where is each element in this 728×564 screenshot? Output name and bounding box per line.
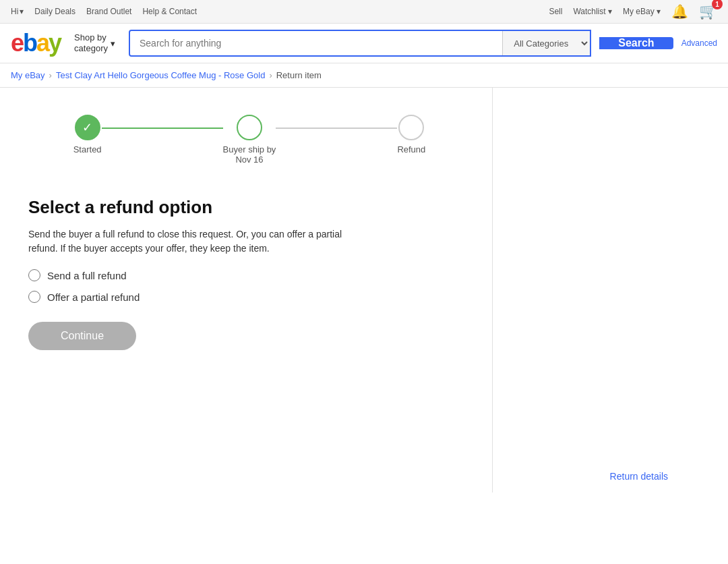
step-buyer-ship-label: Buyer ship byNov 16: [223, 144, 276, 165]
progress-stepper: ✓ Started Buyer ship byNov 16 Refund: [28, 104, 471, 175]
connector-2: [276, 128, 397, 129]
main-content: ✓ Started Buyer ship byNov 16 Refund Sel…: [7, 88, 492, 492]
brand-outlet-link[interactable]: Brand Outlet: [86, 7, 131, 16]
search-bar: All Categories: [129, 30, 591, 57]
greeting-chevron: ▾: [20, 7, 24, 16]
breadcrumb-my-ebay[interactable]: My eBay: [11, 70, 45, 80]
my-ebay-link[interactable]: My eBay ▾: [623, 7, 661, 16]
partial-refund-label: Offer a partial refund: [47, 291, 140, 303]
partial-refund-option[interactable]: Offer a partial refund: [28, 291, 471, 303]
step-refund: Refund: [397, 115, 425, 154]
full-refund-label: Send a full refund: [47, 270, 127, 281]
search-input[interactable]: [130, 31, 502, 55]
notification-bell-icon[interactable]: 🔔: [671, 3, 688, 20]
cart-button[interactable]: 🛒 1: [699, 3, 717, 20]
step-started-circle: ✓: [75, 115, 100, 140]
help-contact-link[interactable]: Help & Contact: [142, 7, 197, 16]
greeting-text: Hi: [11, 7, 18, 16]
step-refund-circle: [398, 115, 424, 140]
step-started-label: Started: [73, 144, 102, 154]
cart-badge: 1: [712, 0, 723, 9]
page-description: Send the buyer a full refund to close th…: [28, 227, 352, 256]
daily-deals-link[interactable]: Daily Deals: [34, 7, 75, 16]
step-buyer-ship: Buyer ship byNov 16: [223, 115, 276, 165]
breadcrumb-sep-2: ›: [269, 70, 272, 80]
advanced-search-link[interactable]: Advanced: [681, 38, 717, 48]
shop-chevron-icon: ▾: [111, 38, 115, 49]
watchlist-link[interactable]: Watchlist ▾: [573, 7, 612, 16]
partial-refund-radio[interactable]: [28, 291, 40, 303]
continue-button[interactable]: Continue: [28, 322, 136, 350]
shop-by-category-button[interactable]: Shop by category ▾: [69, 32, 121, 53]
full-refund-option[interactable]: Send a full refund: [28, 269, 471, 281]
main-header: ebay Shop by category ▾ All Categories S…: [0, 24, 728, 63]
breadcrumb: My eBay › Test Clay Art Hello Gorgeous C…: [0, 63, 728, 88]
search-button[interactable]: Search: [599, 37, 673, 49]
full-refund-radio[interactable]: [28, 269, 40, 281]
breadcrumb-current: Return item: [276, 70, 322, 80]
greeting-dropdown[interactable]: Hi ▾: [11, 7, 24, 16]
step-refund-label: Refund: [397, 144, 425, 154]
breadcrumb-item-name[interactable]: Test Clay Art Hello Gorgeous Coffee Mug …: [56, 70, 265, 80]
step-started: ✓ Started: [73, 115, 102, 154]
sell-link[interactable]: Sell: [549, 7, 562, 16]
connector-1: [102, 128, 223, 129]
return-details-link[interactable]: Return details: [610, 471, 668, 482]
category-select[interactable]: All Categories: [502, 31, 590, 55]
right-sidebar: Return details: [493, 88, 668, 492]
ebay-logo[interactable]: ebay: [11, 29, 61, 57]
page-title: Select a refund option: [28, 197, 471, 218]
step-buyer-ship-circle: [237, 115, 262, 140]
breadcrumb-sep-1: ›: [49, 70, 52, 80]
top-bar: Hi ▾ Daily Deals Brand Outlet Help & Con…: [0, 0, 728, 24]
content-wrapper: ✓ Started Buyer ship byNov 16 Refund Sel…: [7, 88, 721, 492]
refund-options: Send a full refund Offer a partial refun…: [28, 269, 471, 303]
